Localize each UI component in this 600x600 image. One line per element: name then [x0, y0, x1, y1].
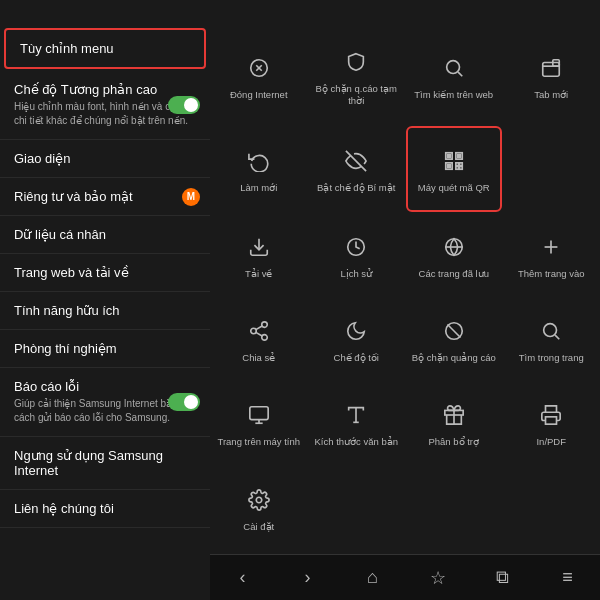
nav-forward[interactable]: › [288, 558, 328, 598]
phan-bo-tro-label: Phân bổ trợ [428, 436, 479, 448]
trang-tren-may-tinh-icon [242, 398, 276, 432]
menu-item-du-lieu-ca-nhan[interactable]: Dữ liệu cá nhân [0, 216, 210, 254]
cai-dat-icon [242, 483, 276, 517]
nav-bookmark[interactable]: ☆ [418, 558, 458, 598]
menu-item-trang-web-tai-ve[interactable]: Trang web và tải về [0, 254, 210, 292]
tai-ve-label: Tải về [245, 268, 272, 280]
chia-se-icon [242, 314, 276, 348]
lam-moi-label: Làm mới [240, 182, 277, 194]
grid-item-tim-trong-trang[interactable]: Tìm trong trang [503, 297, 601, 381]
nav-back[interactable]: ‹ [223, 558, 263, 598]
grid-item-placeholder1 [503, 125, 601, 213]
grid-item-lich-su[interactable]: Lịch sử [308, 213, 406, 297]
menu-item-ngung-su-dung[interactable]: Ngưng sử dụng Samsung Internet [0, 437, 210, 490]
phan-bo-tro-icon [437, 398, 471, 432]
left-header [0, 0, 210, 26]
svg-point-26 [262, 335, 268, 341]
svg-line-27 [256, 333, 262, 337]
grid-item-tim-kiem-web[interactable]: Tìm kiếm trên web [405, 28, 503, 125]
grid-item-cac-trang-da-luu[interactable]: Các trang đã lưu [405, 213, 503, 297]
grid-item-chia-se[interactable]: Chia sẻ [210, 297, 308, 381]
grid-item-che-do-toi[interactable]: Chế độ tối [308, 297, 406, 381]
menu-item-label: Dữ liệu cá nhân [14, 227, 196, 242]
chia-se-label: Chia sẻ [242, 352, 275, 364]
grid-item-empty1 [308, 466, 406, 550]
grid-item-dong-internet[interactable]: Đóng Internet [210, 28, 308, 125]
menu-list: Tùy chỉnh menuChế độ Tương phản caoHiệu … [0, 26, 210, 528]
grid-item-tai-ve[interactable]: Tải về [210, 213, 308, 297]
menu-item-che-do-tuong-phan[interactable]: Chế độ Tương phản caoHiệu chỉnh màu font… [0, 71, 210, 140]
grid-item-may-quet-ma-qr[interactable]: Máy quét mã QR [406, 126, 502, 212]
svg-rect-11 [456, 162, 459, 165]
tim-trong-trang-icon [534, 314, 568, 348]
menu-item-label: Báo cáo lỗi [14, 379, 196, 394]
grid-item-in-pdf[interactable]: In/PDF [503, 381, 601, 465]
dong-internet-label: Đóng Internet [230, 89, 288, 101]
svg-rect-5 [543, 63, 560, 77]
svg-line-32 [555, 335, 559, 339]
tim-kiem-web-icon [437, 51, 471, 85]
nav-home[interactable]: ⌂ [353, 558, 393, 598]
bo-chan-quang-cao-icon [437, 314, 471, 348]
svg-rect-33 [250, 407, 268, 420]
menu-item-bao-cao-loi[interactable]: Báo cáo lỗiGiúp cải thiện Samsung Intern… [0, 368, 210, 437]
toggle-che-do-tuong-phan[interactable] [168, 96, 200, 114]
grid-item-empty3 [503, 466, 601, 550]
nav-menu[interactable]: ≡ [548, 558, 588, 598]
che-do-toi-label: Chế độ tối [334, 352, 379, 364]
tim-kiem-web-label: Tìm kiếm trên web [414, 89, 493, 101]
menu-item-tuy-chinh-menu[interactable]: Tùy chỉnh menu [4, 28, 206, 69]
menu-item-label: Riêng tư và bảo mật [14, 189, 196, 204]
grid-item-bo-chan-quang-cao-tam[interactable]: Bộ chặn q.cáo tạm thời [308, 28, 406, 125]
svg-rect-40 [546, 417, 557, 424]
trang-tren-may-tinh-label: Trang trên máy tính [217, 436, 300, 448]
svg-line-30 [447, 325, 460, 338]
che-do-toi-icon [339, 314, 373, 348]
svg-rect-15 [447, 154, 450, 157]
in-pdf-icon [534, 398, 568, 432]
nav-tabs[interactable]: ⧉ [483, 558, 523, 598]
svg-rect-17 [447, 164, 450, 167]
menu-item-label: Chế độ Tương phản cao [14, 82, 196, 97]
svg-rect-16 [457, 154, 460, 157]
menu-item-label: Trang web và tải về [14, 265, 196, 280]
lich-su-label: Lịch sử [340, 268, 372, 280]
svg-line-4 [458, 72, 462, 76]
them-trang-vao-icon [534, 230, 568, 264]
bat-che-do-bi-mat-label: Bật chế độ Bí mật [317, 182, 395, 194]
menu-item-tinh-nang-huu-ich[interactable]: Tính năng hữu ích [0, 292, 210, 330]
menu-item-rieng-tu-bao-mat[interactable]: Riêng tư và bảo mậtM [0, 178, 210, 216]
svg-point-41 [256, 497, 262, 503]
grid-item-lam-moi[interactable]: Làm mới [210, 125, 308, 213]
grid-item-kich-thuoc-van-ban[interactable]: Kích thước văn bản [308, 381, 406, 465]
cac-trang-da-luu-icon [437, 230, 471, 264]
tim-trong-trang-label: Tìm trong trang [519, 352, 584, 364]
grid-item-trang-tren-may-tinh[interactable]: Trang trên máy tính [210, 381, 308, 465]
toggle-bao-cao-loi[interactable] [168, 393, 200, 411]
menu-item-phong-thi-nghiem[interactable]: Phòng thí nghiệm [0, 330, 210, 368]
grid-item-cai-dat[interactable]: Cài đặt [210, 466, 308, 550]
grid-item-phan-bo-tro[interactable]: Phân bổ trợ [405, 381, 503, 465]
in-pdf-label: In/PDF [536, 436, 566, 448]
svg-point-25 [251, 328, 257, 334]
menu-item-lien-he[interactable]: Liên hệ chúng tôi [0, 490, 210, 528]
menu-item-giao-dien[interactable]: Giao diện [0, 140, 210, 178]
menu-item-label: Tính năng hữu ích [14, 303, 196, 318]
menu-item-label: Giao diện [14, 151, 196, 166]
kich-thuoc-van-ban-icon [339, 398, 373, 432]
may-quet-ma-qr-icon [437, 144, 471, 178]
left-panel: Tùy chỉnh menuChế độ Tương phản caoHiệu … [0, 0, 210, 600]
grid-item-tab-moi[interactable]: Tab mới [503, 28, 601, 125]
right-panel: Đóng InternetBộ chặn q.cáo tạm thờiTìm k… [210, 0, 600, 600]
svg-line-28 [256, 326, 262, 330]
svg-rect-13 [456, 166, 459, 169]
grid-item-them-trang-vao[interactable]: Thêm trang vào [503, 213, 601, 297]
lam-moi-icon [242, 144, 276, 178]
svg-rect-12 [459, 162, 462, 165]
grid-item-bat-che-do-bi-mat[interactable]: Bật chế độ Bí mật [308, 125, 406, 213]
menu-item-label: Ngưng sử dụng Samsung Internet [14, 448, 196, 478]
svg-point-31 [544, 324, 557, 337]
grid-item-bo-chan-quang-cao[interactable]: Bộ chặn quảng cáo [405, 297, 503, 381]
dong-internet-icon [242, 51, 276, 85]
right-header [210, 0, 600, 24]
